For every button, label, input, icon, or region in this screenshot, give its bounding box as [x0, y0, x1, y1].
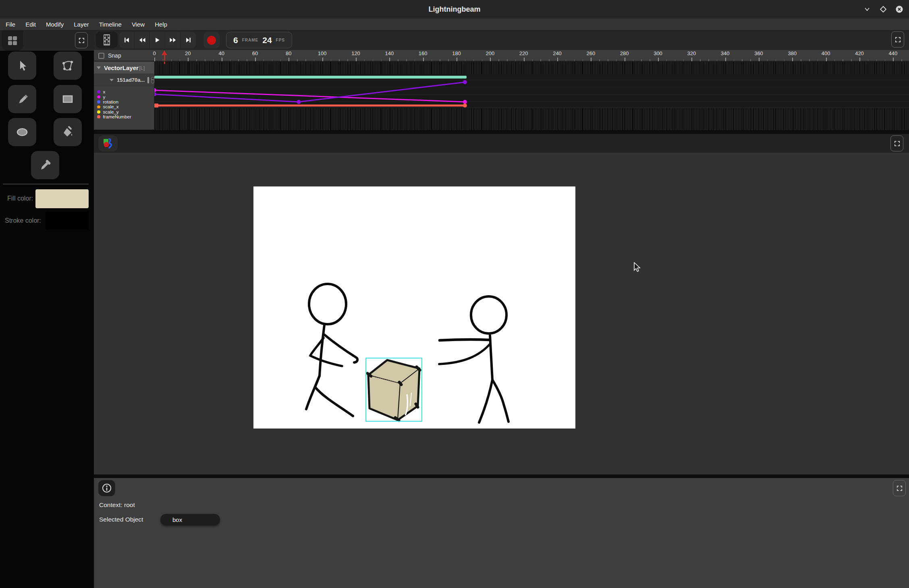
select-tool-button[interactable] — [8, 52, 36, 80]
keyframe-x[interactable] — [297, 100, 301, 104]
ruler-track[interactable]: 0204060801001201401601802002202402602803… — [154, 50, 909, 61]
film-button[interactable] — [96, 31, 118, 48]
property-row-x[interactable]: x — [94, 89, 154, 94]
rectangle-tool-button[interactable] — [54, 85, 82, 113]
keyframe-y[interactable] — [154, 88, 156, 92]
ruler-tick — [272, 59, 273, 61]
ruler-tick — [331, 59, 332, 61]
ruler-tick — [893, 58, 894, 61]
ruler-tick — [398, 59, 398, 61]
property-row-scale_x[interactable]: scale_x — [94, 104, 154, 109]
stick-figure-left[interactable] — [306, 284, 357, 416]
object-visibility-button[interactable] — [147, 77, 149, 83]
box-shape[interactable] — [368, 360, 419, 420]
property-row-scale_y[interactable]: scale_y — [94, 110, 154, 114]
ruler-tick — [566, 59, 567, 61]
property-row-rotation[interactable]: rotation — [94, 99, 154, 104]
transform-tool-button[interactable] — [54, 52, 82, 80]
menu-item-modify[interactable]: Modify — [44, 21, 66, 28]
ruler-tick — [583, 59, 583, 61]
menu-item-help[interactable]: Help — [152, 21, 170, 28]
property-row-y[interactable]: y — [94, 94, 154, 99]
panel-grid-button[interactable] — [2, 31, 23, 51]
property-list: xyrotationscale_xscale_yframeNumber — [94, 86, 154, 119]
skip-to-end-button[interactable] — [181, 32, 196, 48]
fast-forward-button[interactable] — [165, 32, 181, 48]
object-name: 151ad70a... — [117, 77, 145, 83]
ruler-tick — [675, 59, 676, 61]
selected-object-input[interactable]: box — [160, 514, 220, 526]
ruler-label: 20 — [185, 50, 191, 56]
ruler-tick — [792, 58, 793, 61]
ruler-tick — [700, 59, 701, 61]
stage[interactable] — [253, 186, 575, 429]
play-button[interactable] — [150, 32, 165, 48]
snap-checkbox[interactable] — [98, 53, 104, 59]
context-panel-expand-button[interactable] — [893, 480, 906, 496]
pencil-tool-button[interactable] — [8, 85, 36, 113]
frame-fps-display: 6 FRAME 24 FPS — [226, 32, 292, 48]
menu-item-view[interactable]: View — [129, 21, 147, 28]
ruler-tick — [381, 59, 382, 61]
menu-item-edit[interactable]: Edit — [23, 21, 38, 28]
chevron-down-icon[interactable] — [110, 79, 114, 81]
menu-item-file[interactable]: File — [3, 21, 18, 28]
paint-bucket-tool-button[interactable] — [54, 118, 82, 146]
frame-label: FRAME — [242, 38, 259, 42]
timeline-ruler[interactable]: Snap 02040608010012014016018020022024026… — [94, 50, 909, 61]
ellipse-tool-button[interactable] — [8, 118, 36, 146]
chevron-down-icon — [863, 5, 871, 13]
info-button[interactable] — [98, 480, 115, 496]
ruler-tick — [490, 58, 491, 61]
canvas-expand-button[interactable] — [890, 135, 903, 151]
playhead-stem — [164, 55, 165, 61]
ruler-tick — [196, 59, 197, 61]
layer-name: VectorLayer — [104, 64, 139, 71]
keyframe-x[interactable] — [463, 80, 467, 84]
keyframe-frameNumber[interactable] — [154, 104, 158, 108]
keyframe-frameNumber[interactable] — [463, 104, 467, 108]
ruler-tick — [389, 58, 390, 61]
skip-start-icon — [123, 37, 130, 43]
close-icon — [895, 5, 903, 14]
rewind-button[interactable] — [135, 32, 150, 48]
fill-color-swatch[interactable] — [35, 189, 89, 208]
ruler-tick — [154, 58, 155, 61]
chevron-down-icon[interactable] — [97, 66, 101, 69]
timeline-content: VectorLayer [L] 151ad70a... ~ xyrotation… — [94, 62, 909, 134]
layer-row-vectorlayer[interactable]: VectorLayer [L] — [94, 62, 154, 74]
ruler-tick — [473, 59, 474, 61]
property-color-dot — [97, 95, 100, 99]
ruler-label: 60 — [252, 50, 258, 56]
menu-item-layer[interactable]: Layer — [71, 21, 91, 28]
tool-panel-expand-button[interactable] — [75, 32, 88, 48]
close-button[interactable] — [895, 5, 903, 13]
maximize-button[interactable] — [879, 5, 887, 13]
eyedropper-tool-button[interactable] — [31, 151, 59, 179]
box-object[interactable] — [366, 358, 422, 421]
stick-figure-right[interactable] — [439, 296, 508, 422]
fast-forward-icon — [169, 37, 176, 43]
minimize-button[interactable] — [863, 5, 871, 13]
rectangle-icon — [61, 92, 75, 106]
property-row-frameNumber[interactable]: frameNumber — [94, 114, 154, 119]
shapes-palette-button[interactable] — [98, 135, 118, 151]
record-button[interactable] — [203, 32, 220, 48]
object-curve-toggle-button[interactable]: ~ — [151, 77, 154, 83]
object-frames-bar[interactable] — [154, 76, 467, 79]
stroke-color-swatch[interactable] — [46, 211, 89, 230]
timeline-tracks[interactable] — [154, 62, 909, 134]
property-label: x — [103, 89, 106, 94]
timeline-expand-button[interactable] — [891, 31, 904, 48]
keyframe-y[interactable] — [463, 100, 467, 104]
skip-to-start-button[interactable] — [119, 32, 135, 48]
ruler-tick — [650, 59, 650, 61]
property-color-dot — [97, 106, 100, 109]
object-row-151ad70a[interactable]: 151ad70a... ~ — [94, 74, 154, 86]
canvas-panel — [94, 134, 909, 474]
selected-object-row: Selected Object box — [99, 516, 143, 523]
menu-item-timeline[interactable]: Timeline — [97, 21, 124, 28]
ruler-tick — [540, 59, 541, 61]
keyframe-x[interactable] — [154, 92, 156, 96]
ruler-tick — [524, 58, 525, 61]
